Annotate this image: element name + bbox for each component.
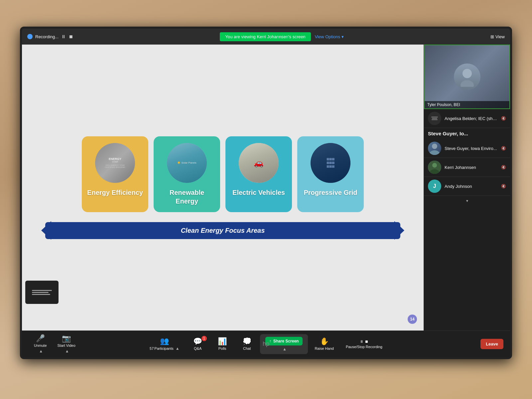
toolbar-center: 👥 57 Participants ▲ 1 💬 Q&A 📊 Pol <box>144 334 388 354</box>
svg-point-1 <box>461 80 474 87</box>
participant-name-angelisa: Angelisa Belden; IEC (she... <box>445 116 498 121</box>
share-screen-icon: ↑ <box>269 339 271 343</box>
participant-item-steve: Steve Guyer, Iowa Enviro... 🔇 <box>424 139 510 158</box>
participant-item-kerri: Kerri Johannsen 🔇 <box>424 158 510 177</box>
svg-point-5 <box>432 163 437 168</box>
participant-name-steve: Steve Guyer, Iowa Enviro... <box>445 146 498 151</box>
top-bar: Recording... ⏸ ⏹ You are viewing Kerri J… <box>22 29 510 45</box>
polls-icon: 📊 <box>218 338 227 345</box>
view-options-button[interactable]: View Options ▾ <box>315 34 344 39</box>
bottom-toolbar: 🎤 Unmute ▲ 📷 Start Video ▲ 👥 57 Pa <box>22 331 510 357</box>
chat-label: Chat <box>243 346 251 350</box>
pause-recording-button[interactable]: ⏸ ⏹ Pause/Stop Recording <box>340 337 388 351</box>
participant-item-andy: J Andy Johnson 🔇 <box>424 177 510 196</box>
participants-label: Participants <box>154 346 173 350</box>
screen-share-banner: You are viewing Kerri Johannsen's screen <box>220 32 311 41</box>
video-inner <box>425 45 509 108</box>
expand-participants[interactable]: ▾ <box>424 196 510 206</box>
cards-row: ENERGY STAR 2021 ENERGY STAR CERTIFIED B… <box>42 136 403 212</box>
start-video-label: Start Video <box>58 343 75 347</box>
recording-dot <box>27 34 33 39</box>
record-controls: ⏸ ⏹ <box>61 34 73 39</box>
arrow-bar: Clean Energy Focus Areas <box>45 222 400 239</box>
stop-record-button[interactable]: ⏹ <box>68 34 73 39</box>
mic-icon: 🎤 <box>36 335 45 342</box>
raise-hand-button[interactable]: ✋ Raise Hand <box>309 335 339 353</box>
card-title-efficiency: Energy Efficiency <box>87 188 143 197</box>
participant-avatar-andy: J <box>428 180 441 193</box>
qa-badge: 1 <box>201 336 207 341</box>
raise-hand-icon: ✋ <box>320 338 329 345</box>
polls-label: Polls <box>218 346 226 350</box>
svg-point-3 <box>429 150 440 155</box>
participant-count-badge: 14 <box>408 315 417 324</box>
section-title: Steve Guyer, Io... <box>424 128 510 139</box>
muted-icon-kerri: 🔇 <box>501 165 506 170</box>
featured-participant-name: Tyler Poulson, BEI <box>425 101 509 108</box>
arrow-text: Clean Energy Focus Areas <box>181 227 265 234</box>
recording-label: Recording... <box>35 34 59 39</box>
unmute-label: Unmute <box>34 343 47 347</box>
chevron-down-icon: ▾ <box>341 34 344 39</box>
arrow-right-icon <box>394 221 404 240</box>
qa-button[interactable]: 1 💬 Q&A <box>186 335 209 353</box>
slide: ENERGY STAR 2021 ENERGY STAR CERTIFIED B… <box>22 45 424 331</box>
webcam-overlay <box>25 281 59 304</box>
participant-info-wave: Angelisa Belden; IEC (she... <box>445 116 498 121</box>
card-electric-vehicles: 🚗 Electric Vehicles <box>225 136 292 212</box>
qa-label: Q&A <box>194 346 201 350</box>
svg-point-2 <box>432 144 437 149</box>
participants-button[interactable]: 👥 57 Participants ▲ <box>144 335 185 353</box>
svg-point-0 <box>463 69 472 78</box>
participant-name-andy: Andy Johnson <box>445 184 498 189</box>
screen-bezel: Recording... ⏸ ⏹ You are viewing Kerri J… <box>20 27 512 359</box>
arrow-left-icon <box>41 221 51 240</box>
card-renewable-energy: ☀️ Solar Panels Renewable Energy <box>154 136 220 212</box>
toolbar-right: Leave <box>480 339 503 349</box>
share-arrow[interactable]: ▲ <box>283 347 287 351</box>
polls-button[interactable]: 📊 Polls <box>211 335 234 353</box>
pause-icon: ⏸ <box>360 339 363 343</box>
unmute-button[interactable]: 🎤 Unmute ▲ <box>29 332 52 356</box>
participants-icon: 👥 <box>160 337 169 345</box>
card-title-renewable: Renewable Energy <box>159 188 215 205</box>
muted-icon-andy: 🔇 <box>501 184 506 189</box>
chat-button[interactable]: 💭 Chat <box>235 335 259 353</box>
slide-inner: ENERGY STAR 2021 ENERGY STAR CERTIFIED B… <box>42 66 403 309</box>
wave-icon <box>32 290 52 295</box>
zoom-app: Recording... ⏸ ⏹ You are viewing Kerri J… <box>22 29 510 357</box>
muted-icon-steve: 🔇 <box>501 146 506 151</box>
video-icon: 📷 <box>62 335 71 342</box>
card-circle-grid: ⊞⊞⊞⊞⊞⊞⊞⊞⊞ <box>311 143 350 183</box>
recording-badge: Recording... ⏸ ⏹ <box>27 34 73 39</box>
participants-arrow[interactable]: ▲ <box>176 346 180 351</box>
card-energy-efficiency: ENERGY STAR 2021 ENERGY STAR CERTIFIED B… <box>82 136 148 212</box>
pause-recording-label: Pause/Stop Recording <box>346 345 382 349</box>
card-title-ev: Electric Vehicles <box>232 188 285 197</box>
start-video-button[interactable]: 📷 Start Video ▲ <box>52 332 81 356</box>
qa-icon: 💬 <box>193 338 202 345</box>
pause-record-button[interactable]: ⏸ <box>61 34 66 39</box>
participant-info-steve: Steve Guyer, Iowa Enviro... <box>445 146 498 151</box>
main-content: ENERGY STAR 2021 ENERGY STAR CERTIFIED B… <box>22 45 510 331</box>
share-screen-label: Share Screen <box>273 339 299 343</box>
hp-logo-container: hp <box>263 340 269 347</box>
participant-letter-andy: J <box>433 183 436 189</box>
speaker-avatar <box>454 64 480 90</box>
participant-info-kerri: Kerri Johannsen <box>445 165 498 170</box>
card-progressive-grid: ⊞⊞⊞⊞⊞⊞⊞⊞⊞ Progressive Grid <box>297 136 364 212</box>
card-circle-efficiency: ENERGY STAR 2021 ENERGY STAR CERTIFIED B… <box>95 143 135 183</box>
participant-item-wave: Angelisa Belden; IEC (she... 🔇 <box>424 109 510 128</box>
stop-icon: ⏹ <box>365 339 368 343</box>
video-arrow[interactable]: ▲ <box>65 349 69 353</box>
chat-icon: 💭 <box>242 338 251 345</box>
unmute-arrow[interactable]: ▲ <box>39 349 43 353</box>
featured-participant-video: Tyler Poulson, BEI <box>424 45 510 109</box>
participant-name-kerri: Kerri Johannsen <box>445 165 498 170</box>
right-sidebar: Tyler Poulson, BEI Angelisa Belden; IEC … <box>424 45 510 331</box>
participant-info-andy: Andy Johnson <box>445 184 498 189</box>
pause-recording-icons: ⏸ ⏹ <box>360 339 368 343</box>
leave-button[interactable]: Leave <box>480 339 503 349</box>
view-toggle[interactable]: ⊞ View <box>490 34 505 39</box>
top-right-controls: ⊞ View <box>490 34 505 39</box>
